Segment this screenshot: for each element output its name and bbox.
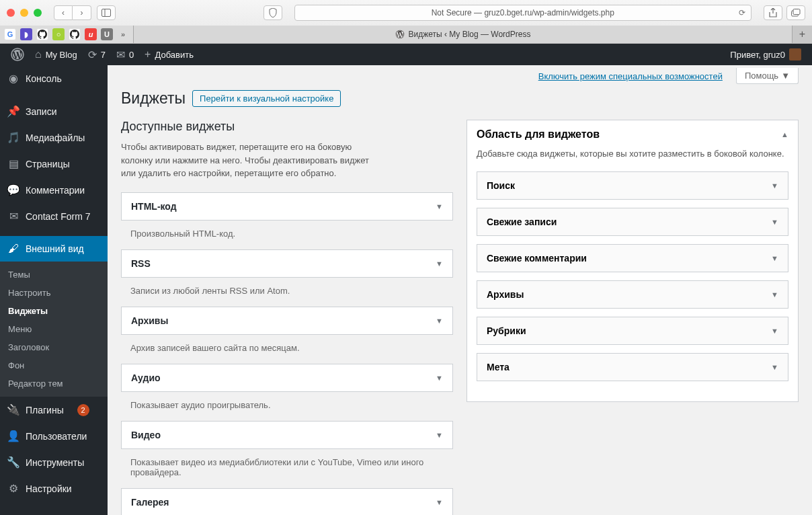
sidebar-widget-title: Свежие комментарии	[487, 253, 587, 264]
menu-comments[interactable]: 💬Комментарии	[0, 177, 108, 203]
close-window-button[interactable]	[7, 9, 15, 17]
media-icon: 🎵	[7, 131, 20, 144]
tabs-button[interactable]	[786, 5, 805, 20]
submenu-header[interactable]: Заголовок	[0, 338, 108, 356]
minimize-window-button[interactable]	[20, 9, 28, 17]
sidebar-widget-title: Свежие записи	[487, 216, 557, 227]
bookmark-icon-3[interactable]: u	[85, 28, 97, 40]
submenu-customize[interactable]: Настроить	[0, 284, 108, 302]
available-widget[interactable]: HTML-код▼	[121, 192, 453, 221]
shield-button[interactable]	[263, 5, 282, 20]
plus-icon: +	[145, 48, 151, 61]
available-widget[interactable]: Архивы▼	[121, 307, 453, 335]
forward-button[interactable]: ›	[73, 5, 91, 20]
submenu-themes[interactable]: Темы	[0, 266, 108, 284]
share-button[interactable]	[764, 5, 782, 20]
chevron-down-icon: ▼	[436, 202, 443, 210]
plugin-icon: 🔌	[7, 403, 20, 416]
menu-label: Консоль	[26, 73, 62, 84]
maximize-window-button[interactable]	[34, 9, 42, 17]
chevron-down-icon: ▼	[771, 254, 778, 262]
menu-media[interactable]: 🎵Медиафайлы	[0, 124, 108, 151]
chevron-down-icon: ▼	[771, 327, 778, 335]
menu-label: Инструменты	[26, 457, 84, 468]
menu-label: Contact Form 7	[26, 211, 90, 222]
widget-title-label: Галерея	[131, 497, 169, 508]
menu-pages[interactable]: ▤Страницы	[0, 151, 108, 177]
updates-link[interactable]: ⟳7	[83, 44, 111, 65]
available-widget[interactable]: Аудио▼	[121, 364, 453, 392]
site-name-link[interactable]: ⌂My Blog	[30, 44, 83, 65]
sidebar-area-column: Область для виджетов ▲ Добавьте сюда вид…	[466, 120, 799, 402]
sidebar-widget[interactable]: Архивы▼	[477, 280, 788, 309]
sidebar-widget-title: Рубрики	[487, 325, 526, 336]
chevron-down-icon: ▼	[771, 218, 778, 226]
browser-titlebar: ‹ › Not Secure — gruz0.bget.ru/wp-admin/…	[0, 0, 812, 26]
tab-title: Виджеты ‹ My Blog — WordPress	[409, 30, 531, 39]
submenu-widgets[interactable]: Виджеты	[0, 302, 108, 320]
new-link[interactable]: +Добавить	[139, 44, 199, 65]
menu-label: Медиафайлы	[26, 132, 85, 143]
new-label: Добавить	[155, 50, 193, 60]
site-name-label: My Blog	[46, 50, 77, 60]
wp-logo-menu[interactable]	[5, 44, 30, 65]
url-security-label: Not Secure —	[432, 8, 485, 17]
bookmark-icon-1[interactable]: ◗	[20, 28, 32, 40]
page-title: Виджеты	[121, 89, 186, 108]
svg-rect-3	[793, 9, 800, 15]
content-area: Включить режим специальных возможностей …	[108, 65, 812, 515]
browser-tab[interactable]: Виджеты ‹ My Blog — WordPress	[134, 26, 792, 43]
available-widget[interactable]: RSS▼	[121, 249, 453, 278]
widget-description: Архив записей вашего сайта по месяцам.	[121, 343, 453, 353]
updates-count: 7	[101, 50, 106, 60]
sidebar-toggle-button[interactable]	[97, 5, 116, 20]
sidebar-widget[interactable]: Поиск▼	[477, 171, 788, 200]
menu-collapse[interactable]: ◀Свернуть меню	[0, 508, 108, 515]
bookmark-icon-g[interactable]: G	[4, 28, 16, 40]
updates-icon: ⟳	[88, 48, 97, 61]
menu-users[interactable]: 👤Пользователи	[0, 423, 108, 449]
address-bar[interactable]: Not Secure — gruz0.bget.ru/wp-admin/widg…	[294, 5, 752, 21]
menu-plugins[interactable]: 🔌Плагины 2	[0, 397, 108, 423]
bookmark-icon-github2[interactable]	[69, 28, 81, 40]
widget-area-header[interactable]: Область для виджетов ▲	[477, 128, 788, 141]
sliders-icon: ⚙	[7, 482, 20, 495]
menu-appearance[interactable]: 🖌Внешний вид	[0, 236, 108, 262]
bookmark-icon-github[interactable]	[36, 28, 48, 40]
menu-label: Внешний вид	[26, 243, 84, 254]
visual-customizer-button[interactable]: Перейти к визуальной настройке	[192, 90, 341, 107]
sidebar-widget[interactable]: Свежие записи▼	[477, 208, 788, 236]
bookmark-icon-4[interactable]: U	[101, 28, 113, 40]
sidebar-widget[interactable]: Мета▼	[477, 353, 788, 381]
comments-link[interactable]: ✉0	[111, 44, 139, 65]
menu-cf7[interactable]: ✉Contact Form 7	[0, 203, 108, 229]
page-icon: ▤	[7, 157, 20, 170]
reload-icon[interactable]: ⟳	[739, 8, 745, 17]
sidebar-widget-title: Поиск	[487, 180, 515, 191]
menu-posts[interactable]: 📌Записи	[0, 98, 108, 124]
sidebar-widget[interactable]: Свежие комментарии▼	[477, 244, 788, 272]
available-widget[interactable]: Видео▼	[121, 421, 453, 449]
submenu-background[interactable]: Фон	[0, 356, 108, 374]
browser-chrome: ‹ › Not Secure — gruz0.bget.ru/wp-admin/…	[0, 0, 812, 44]
available-widget[interactable]: Галерея▼	[121, 488, 453, 516]
accessibility-mode-link[interactable]: Включить режим специальных возможностей	[538, 71, 723, 81]
menu-tools[interactable]: 🔧Инструменты	[0, 449, 108, 475]
menu-settings[interactable]: ⚙Настройки	[0, 475, 108, 502]
sidebar-widget[interactable]: Рубрики▼	[477, 317, 788, 345]
window-controls	[7, 9, 42, 17]
greeting-label: Привет, gruz0	[730, 50, 785, 60]
user-greeting[interactable]: Привет, gruz0	[725, 44, 807, 65]
sidebar-widget-title: Архивы	[487, 289, 524, 300]
bookmarks-more[interactable]: »	[117, 28, 129, 40]
bookmark-icon-2[interactable]: ○	[52, 28, 65, 40]
menu-dashboard[interactable]: ◉Консоль	[0, 65, 108, 91]
plugins-badge: 2	[77, 404, 89, 416]
chevron-up-icon: ▲	[781, 130, 788, 138]
help-tab[interactable]: Помощь▼	[736, 68, 799, 84]
submenu-menus[interactable]: Меню	[0, 320, 108, 338]
wordpress-icon	[395, 30, 405, 39]
new-tab-button[interactable]: +	[792, 26, 812, 43]
submenu-editor[interactable]: Редактор тем	[0, 374, 108, 393]
back-button[interactable]: ‹	[54, 5, 73, 20]
